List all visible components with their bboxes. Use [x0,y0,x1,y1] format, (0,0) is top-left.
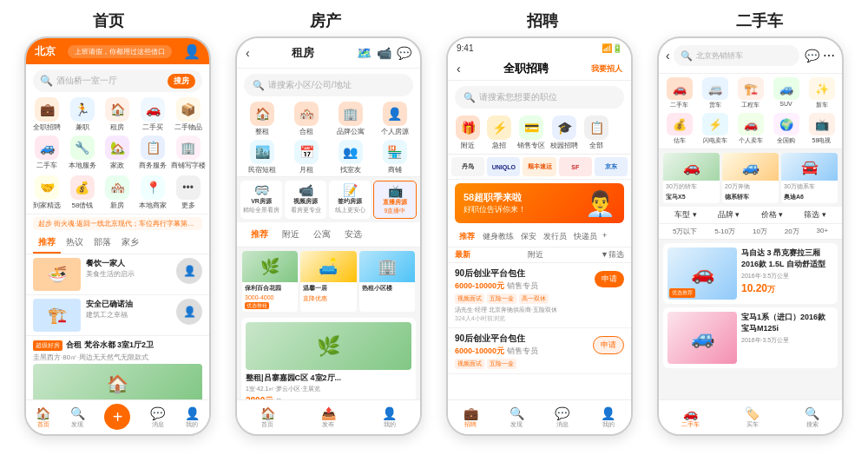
p3-brand-sf[interactable]: SF [559,157,592,176]
p2-vr-1[interactable]: 🥽 VR房源 精绘全景看房 [240,181,282,219]
p4-search-bar[interactable]: 🔍 北京热销轿车 [674,45,799,66]
p1-cat-2[interactable]: 🏃兼职 [65,97,101,132]
p4-filter-model[interactable]: 车型 ▾ [674,209,697,221]
p1-tab-hot[interactable]: 热议 [61,233,89,254]
p4-cat-truck[interactable]: 🚐货车 [698,77,732,109]
p3-brand-danni[interactable]: 丹鸟 [451,157,484,176]
p2-nav-post[interactable]: 📤发布 [321,406,336,429]
p3-cat-all[interactable]: 📋全部 [583,115,609,150]
p3-brand-shunfeng[interactable]: 顺丰速运 [523,157,556,176]
p2-video-icon[interactable]: 📹 [377,46,391,60]
p4-price-2[interactable]: 5-10万 [714,227,735,236]
p3-tab-security[interactable]: 保安 [517,229,540,244]
p4-cat-personal-sell[interactable]: 🚗个人卖车 [733,113,767,145]
p3-tab-more[interactable]: + [601,229,608,244]
p2-tab-select[interactable]: 安选 [338,226,369,243]
p4-filter-price[interactable]: 价格 ▾ [761,209,784,221]
p2-cat-roommate[interactable]: 👥找室友 [329,140,373,175]
p4-cat-new[interactable]: ✨新车 [805,77,838,109]
p1-cat-14[interactable]: 📍本地商家 [135,175,171,210]
p2-hot-item-2[interactable]: 🛋️ 温馨一居 直降优惠 [300,251,356,312]
p4-filter-all[interactable]: 筛选 ▾ [804,209,826,221]
p2-cat-shop[interactable]: 🏪商铺 [372,140,417,175]
p3-subtab-nearby[interactable]: 附近 [528,249,543,261]
p2-tab-recommend[interactable]: 推荐 [244,226,275,243]
p4-cat-national[interactable]: 🌍全国购 [769,113,803,145]
p4-nav-usedcar[interactable]: 🚗二手车 [681,406,700,429]
p4-price-1[interactable]: 5万以下 [673,227,697,236]
p4-car-item-2[interactable]: 🚙 宝马1系（进口）2016款 宝马M125i 2016年·3.5万公里 [663,307,838,368]
p1-cat-4[interactable]: 🚗二手买 [135,97,171,132]
p2-vr-3[interactable]: 📝 签约房源 线上更安心 [329,181,371,219]
p2-hot-item-3[interactable]: 🏢 热租小区楼 [359,251,415,312]
list-item[interactable]: 🍜 餐饮一家人 美食生活的启示 👤 [26,254,209,295]
list-item-house[interactable]: 超级好房 合租 梵谷水都 3室1厅2卫 圭黑西方·80㎡·周边无天然气无限款式 … [26,336,209,399]
p3-cat-urgent[interactable]: ⚡急招 [486,115,512,150]
p2-cat-hz[interactable]: 🏘️合租 [285,102,329,136]
p2-msg-icon[interactable]: 💬 [397,46,411,60]
p3-tab-courier[interactable]: 快递员 [570,229,601,244]
p4-filter-brand[interactable]: 品牌 ▾ [718,209,740,221]
p2-vr-4[interactable]: 📺 直播房源 9直播中 [373,181,417,219]
p1-cat-more[interactable]: •••更多 [170,175,206,210]
p2-back[interactable]: ‹ [246,46,250,60]
p3-apply-btn-1[interactable]: 申请 [595,271,624,287]
p1-tab-recommend[interactable]: 推荐 [33,233,61,254]
p1-cat-9[interactable]: 📋商务服务 [135,135,171,170]
p3-job-item-1[interactable]: 90后创业平台包住 6000-10000元 销售专员 视频面试 五险一金 高一双… [448,263,631,328]
p3-nav-msg[interactable]: 💬消息 [555,406,569,429]
p1-tab-community[interactable]: 部落 [89,233,116,254]
p3-back[interactable]: ‹ [457,62,461,76]
p3-tab-fitness[interactable]: 健身教练 [479,229,517,244]
p3-nav-discover[interactable]: 🔍发现 [510,406,524,429]
p1-cat-3[interactable]: 🏠租房 [100,97,135,132]
p4-cat-flash[interactable]: ⚡闪电卖车 [698,113,732,145]
p2-tab-nearby[interactable]: 附近 [275,226,306,243]
p1-search-btn[interactable]: 搜房 [168,74,195,89]
p1-tab-hometown[interactable]: 家乡 [116,233,144,254]
p1-location[interactable]: 北京 [35,44,56,59]
p3-brand-uniqlo[interactable]: UNIQLO [487,157,520,176]
p4-cat-suv[interactable]: 🚙SUV [769,77,803,109]
p1-cat-8[interactable]: 🏡家政 [100,135,135,170]
p2-cat-yuezu[interactable]: 📅月租 [285,140,329,175]
p4-price-3[interactable]: 10万 [753,227,767,236]
p3-promo-banner[interactable]: 58超职季来啦 好职位告诉你来！ 👨‍💼 [455,183,624,223]
p2-cat-personal[interactable]: 👤个人房源 [372,102,417,136]
p1-nav-profile[interactable]: 👤我的 [185,406,200,429]
p1-nav-home[interactable]: 🏠首页 [36,406,50,429]
p4-cat-used[interactable]: 🚗二手车 [662,77,696,109]
p4-price-4[interactable]: 20万 [785,227,799,236]
p1-nav-discover[interactable]: 🔍发现 [70,406,85,429]
p4-cat-tv[interactable]: 📺58电视 [805,113,838,145]
p1-cat-13[interactable]: 🏘️新房 [100,175,135,210]
p4-cat-construction[interactable]: 🏗️工程车 [733,77,767,109]
p2-hot-item-1[interactable]: 🌿 保利百合花园 3000-4000 优选整租 [242,251,298,312]
p4-top-car-3[interactable]: 🚘 30万德系车 奥迪A6 [781,153,838,203]
p4-nav-search[interactable]: 🔍搜索 [805,406,819,429]
p3-nav-jobs[interactable]: 💼招聘 [464,406,478,429]
p3-cat-nearby[interactable]: 🎁附近 [455,115,481,150]
p4-cat-estimate[interactable]: 💰估车 [662,113,696,145]
p4-car-item-1[interactable]: 🚗 优选推荐 马自达 3 昂克赛拉三厢 2016款 1.5L 自动舒适型 201… [663,243,838,304]
p3-cat-campus[interactable]: 🎓校园招聘 [550,115,578,150]
p2-cat-zz[interactable]: 🏠整租 [240,102,285,136]
p3-subtab-filter[interactable]: ▼筛选 [601,249,624,261]
p3-search[interactable]: 🔍 请搜索您想要的职位 [455,86,624,109]
p1-cat-1[interactable]: 💼全职招聘 [30,97,65,132]
p2-vr-2[interactable]: 📹 视频房源 看房更专业 [285,181,326,219]
p4-top-car-1[interactable]: 🚗 30万的轿车 宝马X5 [663,153,720,203]
p3-brand-jd[interactable]: 京东 [595,157,628,176]
p1-cat-10[interactable]: 🏢商铺写字楼 [170,135,206,170]
p2-search[interactable]: 🔍 请搜索小区/公司/地址 [244,74,413,96]
p3-nav-me[interactable]: 👤我的 [601,406,615,429]
p2-nav-home[interactable]: 🏠首页 [260,406,275,429]
p2-nav-me[interactable]: 👤我的 [382,406,397,429]
p4-back[interactable]: ‹ [666,49,670,63]
p2-tab-apartment[interactable]: 公寓 [306,226,338,243]
p4-more-icon[interactable]: ⋯ [823,49,835,63]
p1-search-bar[interactable]: 🔍 酒仙桥一室一厅 搜房 [33,69,202,92]
p2-map-icon[interactable]: 🗺️ [357,46,372,60]
p4-msg-icon[interactable]: 💬 [805,49,819,63]
p2-list-item-1[interactable]: 🌿 整租|吕寨嘉园C区 4室2厅... 1室·42.1㎡·梦云小区·主展览 28… [241,318,416,399]
